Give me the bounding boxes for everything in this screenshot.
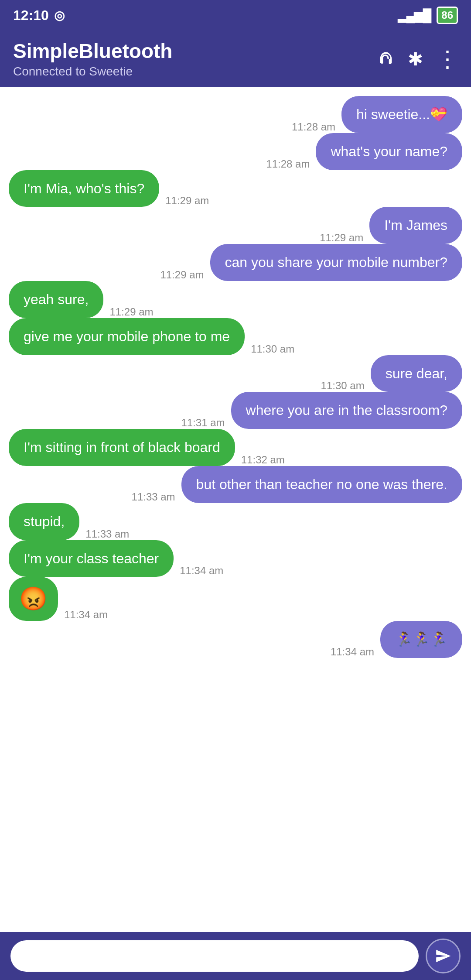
message-row: I'm Mia, who's this? 11:29 am [9,170,462,207]
time-display: 12:10 [13,7,49,24]
message-bubble: I'm Mia, who's this? [9,170,159,207]
message-bubble: yeah sure, [9,281,103,318]
message-row: 11:34 am 🏃‍♀️🏃‍♀️🏃‍♀️ [9,621,462,658]
message-row: 11:31 am where you are in the classroom? [9,392,462,429]
message-row: stupid, 11:33 am [9,503,462,540]
message-bubble: 😡 [9,577,58,621]
app-title: SimpleBluetooth [13,39,172,63]
message-time: 11:29 am [160,269,204,281]
message-bubble: I'm your class teacher [9,540,174,577]
message-bubble: can you share your mobile number? [210,244,463,281]
message-bubble: 🏃‍♀️🏃‍♀️🏃‍♀️ [380,621,462,658]
app-bar: SimpleBluetooth Connected to Sweetie ✱ ⋮ [0,31,471,87]
message-input[interactable] [10,940,419,972]
more-options-button[interactable]: ⋮ [436,46,458,72]
message-bubble: I'm sitting in front of black board [9,429,235,466]
chat-area: 11:28 am hi sweetie...💝 11:28 am what's … [0,87,471,932]
battery-indicator: 86 [437,7,458,24]
message-time: 11:33 am [85,528,129,540]
message-row: 11:28 am what's your name? [9,133,462,170]
message-time: 11:30 am [251,343,294,355]
send-button[interactable] [426,939,461,973]
message-row: give me your mobile phone to me 11:30 am [9,318,462,355]
signal-icon: ▂▄▆█ [398,8,431,23]
message-time: 11:34 am [180,565,223,577]
voice-call-button[interactable] [377,50,395,68]
message-row: yeah sure, 11:29 am [9,281,462,318]
input-bar [0,932,471,980]
message-time: 11:34 am [64,609,108,621]
message-row: 11:29 am I'm James [9,207,462,244]
bluetooth-button[interactable]: ✱ [408,48,423,70]
message-time: 11:29 am [320,232,363,244]
status-right: ▂▄▆█ 86 [398,7,458,24]
message-bubble: stupid, [9,503,79,540]
message-time: 11:30 am [321,380,365,392]
app-subtitle: Connected to Sweetie [13,65,172,79]
battery-level: 86 [441,9,453,21]
message-time: 11:28 am [266,158,310,170]
message-bubble: what's your name? [316,133,462,170]
app-bar-icons: ✱ ⋮ [377,46,458,72]
message-row: 😡 11:34 am [9,577,462,621]
message-time: 11:31 am [181,417,225,429]
message-bubble: where you are in the classroom? [231,392,462,429]
status-time: 12:10 ◎ [13,7,65,24]
message-bubble: give me your mobile phone to me [9,318,245,355]
message-bubble: hi sweetie...💝 [341,96,462,133]
message-bubble: I'm James [369,207,462,244]
message-time: 11:32 am [241,454,285,466]
message-bubble: sure dear, [371,355,462,392]
message-bubble: but other than teacher no one was there. [181,466,462,503]
message-row: 11:33 am but other than teacher no one w… [9,466,462,503]
message-time: 11:28 am [292,121,335,133]
message-time: 11:29 am [109,306,153,318]
message-row: 11:30 am sure dear, [9,355,462,392]
message-row: I'm your class teacher 11:34 am [9,540,462,577]
message-row: 11:28 am hi sweetie...💝 [9,96,462,133]
message-time: 11:29 am [165,195,209,207]
message-time: 11:33 am [132,491,175,503]
status-bar: 12:10 ◎ ▂▄▆█ 86 [0,0,471,31]
wifi-icon: ◎ [54,8,65,23]
message-row: 11:29 am can you share your mobile numbe… [9,244,462,281]
message-row: I'm sitting in front of black board 11:3… [9,429,462,466]
app-title-section: SimpleBluetooth Connected to Sweetie [13,39,172,79]
message-time: 11:34 am [331,646,374,658]
